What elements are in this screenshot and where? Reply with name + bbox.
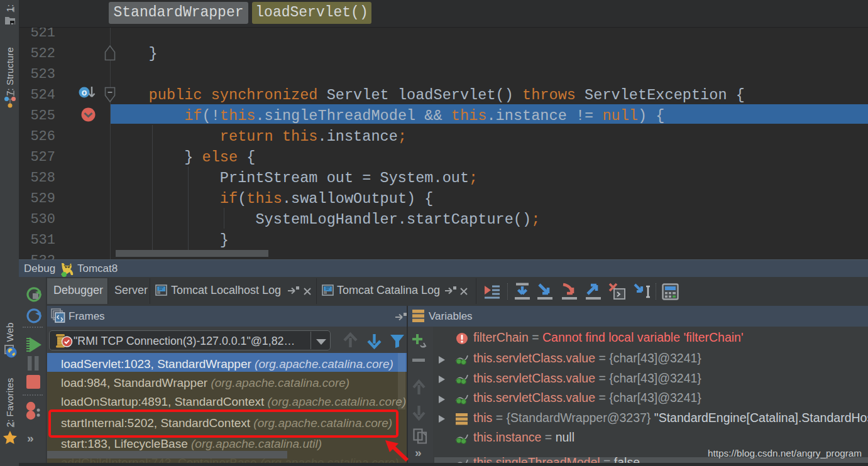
svg-text:o: o [82,87,87,97]
